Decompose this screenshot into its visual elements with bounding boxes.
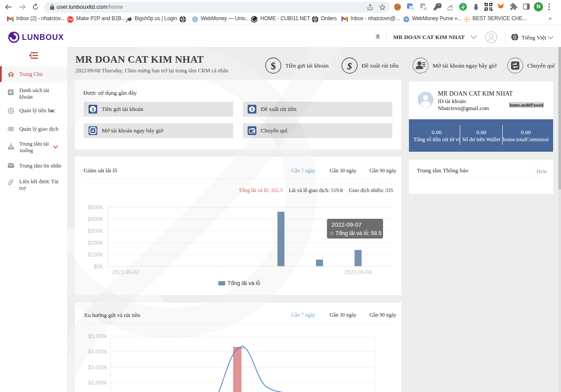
svg-text:A: A — [424, 7, 426, 11]
svg-text:$: $ — [347, 61, 352, 71]
svg-text:$: $ — [92, 107, 94, 113]
svg-text:$: $ — [251, 107, 253, 112]
svg-text:A: A — [411, 6, 413, 11]
svg-text:W: W — [405, 17, 408, 21]
svg-text:$: $ — [271, 61, 276, 71]
